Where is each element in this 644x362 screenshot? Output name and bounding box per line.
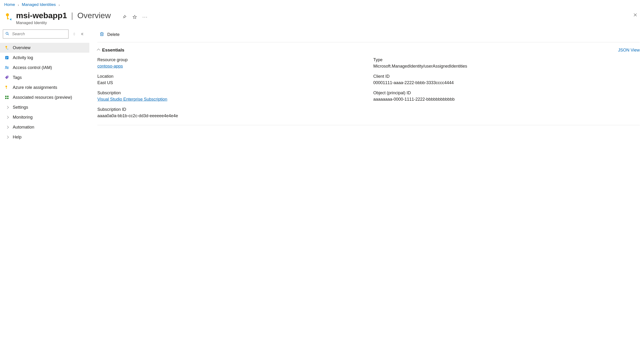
essentials-panel: Resource group contoso-apps Type Microso… bbox=[97, 55, 640, 125]
resource-sidebar: Overview Activity log bbox=[0, 28, 89, 152]
breadcrumb: Home › Managed Identities › bbox=[0, 0, 644, 8]
field-label: Subscription bbox=[97, 90, 364, 96]
sidebar-item-overview[interactable]: Overview bbox=[0, 43, 89, 53]
svg-marker-3 bbox=[10, 18, 12, 20]
svg-rect-27 bbox=[101, 33, 103, 36]
field-value: 00001111-aaaa-2222-bbbb-3333cccc4444 bbox=[374, 80, 640, 85]
field-type: Type Microsoft.ManagedIdentity/userAssig… bbox=[374, 58, 640, 69]
sidebar-item-automation[interactable]: Automation bbox=[0, 122, 89, 132]
field-value: East US bbox=[97, 80, 364, 85]
more-icon[interactable]: ··· bbox=[142, 14, 148, 20]
favorite-star-icon[interactable] bbox=[132, 14, 137, 20]
sidebar-item-settings[interactable]: Settings bbox=[0, 102, 89, 112]
field-label: Subscription ID bbox=[97, 107, 364, 112]
key-icon bbox=[4, 85, 10, 90]
field-client-id: Client ID 00001111-aaaa-2222-bbbb-3333cc… bbox=[374, 74, 640, 85]
field-value: Microsoft.ManagedIdentity/userAssignedId… bbox=[374, 64, 640, 69]
main-content: Delete Essentials JSON View Resource gro… bbox=[89, 28, 644, 152]
command-bar: Delete bbox=[97, 28, 640, 42]
sidebar-item-associated-resources[interactable]: Associated resources (preview) bbox=[0, 92, 89, 102]
search-icon bbox=[5, 32, 10, 37]
sidebar-item-label: Settings bbox=[13, 105, 28, 110]
svg-point-20 bbox=[6, 86, 7, 88]
chevron-right-icon bbox=[4, 124, 10, 130]
page-title: msi-webapp1 | Overview bbox=[16, 11, 111, 20]
svg-rect-11 bbox=[6, 48, 7, 49]
sidebar-item-access-control[interactable]: Access control (IAM) bbox=[0, 62, 89, 72]
field-subscription-id: Subscription ID aaaa0a0a-bb1b-cc2c-dd3d-… bbox=[97, 107, 364, 118]
pin-icon[interactable] bbox=[122, 14, 127, 20]
svg-marker-12 bbox=[7, 49, 8, 50]
log-icon bbox=[4, 55, 10, 60]
sidebar-item-help[interactable]: Help bbox=[0, 132, 89, 142]
essentials-toggle[interactable]: Essentials bbox=[97, 48, 124, 53]
svg-rect-16 bbox=[6, 58, 7, 58]
svg-rect-25 bbox=[5, 98, 6, 99]
svg-rect-26 bbox=[7, 98, 8, 99]
svg-rect-14 bbox=[6, 57, 8, 57]
chevron-right-icon: › bbox=[58, 3, 60, 7]
chevron-up-icon bbox=[97, 48, 100, 53]
managed-identity-key-icon bbox=[4, 12, 13, 21]
trash-icon bbox=[99, 32, 104, 38]
sidebar-nav: Overview Activity log bbox=[0, 43, 89, 142]
resource-type-subtitle: Managed Identity bbox=[16, 20, 148, 25]
svg-point-18 bbox=[7, 67, 8, 68]
svg-rect-23 bbox=[5, 96, 6, 97]
sidebar-item-activity-log[interactable]: Activity log bbox=[0, 53, 89, 62]
page-section-name: Overview bbox=[77, 11, 111, 20]
sidebar-item-label: Associated resources (preview) bbox=[13, 95, 72, 100]
close-icon[interactable] bbox=[632, 12, 638, 18]
search-input[interactable] bbox=[3, 30, 68, 38]
key-icon bbox=[4, 45, 10, 50]
field-value: aaaaaaaa-0000-1111-2222-bbbbbbbbbbbb bbox=[374, 97, 640, 102]
svg-point-9 bbox=[6, 46, 7, 48]
svg-rect-2 bbox=[7, 18, 9, 19]
svg-point-0 bbox=[6, 13, 9, 16]
iam-icon bbox=[4, 65, 10, 70]
field-label: Object (principal) ID bbox=[374, 90, 640, 96]
field-value: aaaa0a0a-bb1b-cc2c-dd3d-eeeeee4e4e4e bbox=[97, 114, 364, 118]
svg-point-19 bbox=[7, 76, 8, 77]
subscription-link[interactable]: Visual Studio Enterprise Subscription bbox=[97, 97, 364, 102]
field-subscription: Subscription Visual Studio Enterprise Su… bbox=[97, 90, 364, 102]
sidebar-item-label: Azure role assignments bbox=[13, 85, 57, 90]
svg-point-7 bbox=[6, 32, 8, 34]
field-label: Type bbox=[374, 58, 640, 62]
essentials-title: Essentials bbox=[102, 48, 124, 53]
sidebar-item-label: Help bbox=[13, 135, 22, 140]
sidebar-item-label: Monitoring bbox=[13, 115, 32, 120]
svg-marker-4 bbox=[133, 15, 136, 18]
field-label: Client ID bbox=[374, 74, 640, 79]
svg-line-8 bbox=[8, 34, 9, 35]
field-label: Resource group bbox=[97, 58, 364, 62]
resource-group-link[interactable]: contoso-apps bbox=[97, 64, 364, 69]
page-header: msi-webapp1 | Overview ··· Managed Ident… bbox=[0, 8, 644, 28]
resource-name: msi-webapp1 bbox=[16, 11, 67, 20]
chevron-right-icon bbox=[4, 114, 10, 120]
json-view-link[interactable]: JSON View bbox=[618, 48, 640, 53]
sidebar-item-label: Overview bbox=[13, 45, 30, 50]
sidebar-item-label: Automation bbox=[13, 125, 34, 130]
sidebar-item-label: Tags bbox=[13, 75, 22, 80]
field-resource-group: Resource group contoso-apps bbox=[97, 58, 364, 69]
chevron-right-icon bbox=[4, 105, 10, 110]
collapse-sidebar-icon[interactable] bbox=[80, 32, 84, 36]
delete-label: Delete bbox=[107, 32, 120, 37]
expand-collapse-icon[interactable] bbox=[72, 32, 76, 36]
sidebar-item-label: Access control (IAM) bbox=[13, 65, 52, 70]
svg-rect-15 bbox=[6, 58, 8, 58]
sidebar-item-role-assignments[interactable]: Azure role assignments bbox=[0, 82, 89, 92]
field-location: Location East US bbox=[97, 74, 364, 85]
chevron-right-icon: › bbox=[18, 3, 19, 7]
breadcrumb-item-managed-identities[interactable]: Managed Identities bbox=[22, 2, 56, 7]
sidebar-search bbox=[3, 30, 68, 38]
svg-point-17 bbox=[6, 66, 6, 67]
breadcrumb-item-home[interactable]: Home bbox=[4, 2, 15, 7]
sidebar-item-tags[interactable]: Tags bbox=[0, 72, 89, 82]
field-label: Location bbox=[97, 74, 364, 79]
sidebar-item-monitoring[interactable]: Monitoring bbox=[0, 112, 89, 122]
delete-button[interactable]: Delete bbox=[97, 30, 122, 39]
grid-icon bbox=[4, 95, 10, 100]
chevron-right-icon bbox=[4, 134, 10, 140]
